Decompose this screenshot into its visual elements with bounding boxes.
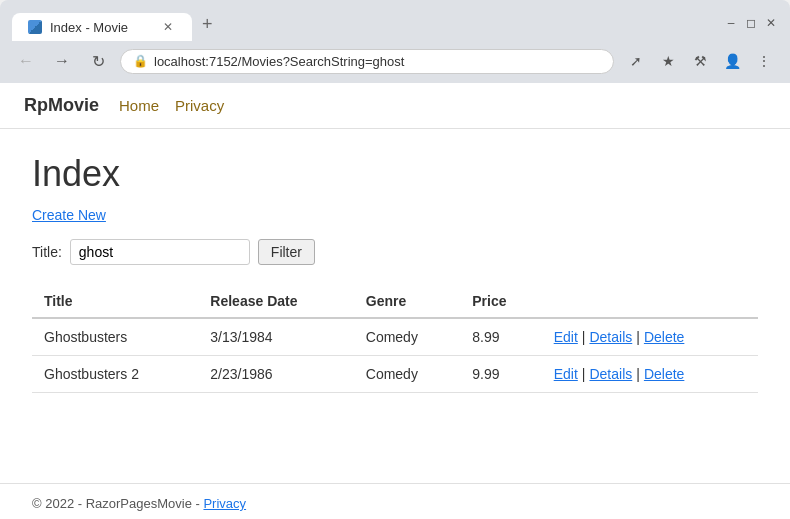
main-content: Index Create New Title: Filter Title Rel… <box>0 129 790 417</box>
cell-title: Ghostbusters <box>32 318 198 356</box>
create-new-link[interactable]: Create New <box>32 207 106 223</box>
cell-release-date: 2/23/1986 <box>198 356 353 393</box>
navbar: RpMovie Home Privacy <box>0 83 790 129</box>
page-title: Index <box>32 153 758 195</box>
window-controls: – ◻ ✕ <box>724 16 778 34</box>
details-link[interactable]: Details <box>589 366 632 382</box>
profile-icon[interactable]: 👤 <box>718 47 746 75</box>
url-text: localhost:7152/Movies?SearchString=ghost <box>154 54 601 69</box>
table-header: Title Release Date Genre Price <box>32 285 758 318</box>
browser-chrome: Index - Movie ✕ + – ◻ ✕ ← → ↻ 🔒 localhos… <box>0 0 790 83</box>
footer-privacy-link[interactable]: Privacy <box>203 496 246 511</box>
col-genre: Genre <box>354 285 460 318</box>
title-label: Title: <box>32 244 62 260</box>
col-release-date: Release Date <box>198 285 353 318</box>
tab-close-button[interactable]: ✕ <box>160 19 176 35</box>
table-row: Ghostbusters 3/13/1984 Comedy 8.99 Edit … <box>32 318 758 356</box>
toolbar-icons: ➚ ★ ⚒ 👤 ⋮ <box>622 47 778 75</box>
new-tab-button[interactable]: + <box>192 8 223 41</box>
menu-icon[interactable]: ⋮ <box>750 47 778 75</box>
lock-icon: 🔒 <box>133 54 148 68</box>
cell-price: 9.99 <box>460 356 541 393</box>
window-close-button[interactable]: ✕ <box>764 16 778 30</box>
tab-title: Index - Movie <box>50 20 128 35</box>
tab-bar: Index - Movie ✕ + <box>12 8 223 41</box>
filter-row: Title: Filter <box>32 239 758 265</box>
table-body: Ghostbusters 3/13/1984 Comedy 8.99 Edit … <box>32 318 758 393</box>
back-button[interactable]: ← <box>12 47 40 75</box>
active-tab[interactable]: Index - Movie ✕ <box>12 13 192 41</box>
window-restore-button[interactable]: ◻ <box>744 16 758 30</box>
col-price: Price <box>460 285 541 318</box>
table-row: Ghostbusters 2 2/23/1986 Comedy 9.99 Edi… <box>32 356 758 393</box>
footer: © 2022 - RazorPagesMovie - Privacy <box>0 483 790 519</box>
filter-button[interactable]: Filter <box>258 239 315 265</box>
cell-title: Ghostbusters 2 <box>32 356 198 393</box>
edit-link[interactable]: Edit <box>554 366 578 382</box>
search-input[interactable] <box>70 239 250 265</box>
nav-links: Home Privacy <box>119 97 224 114</box>
cell-genre: Comedy <box>354 318 460 356</box>
brand-logo: RpMovie <box>24 95 99 116</box>
address-bar: ← → ↻ 🔒 localhost:7152/Movies?SearchStri… <box>0 41 790 83</box>
cell-price: 8.99 <box>460 318 541 356</box>
browser-titlebar: Index - Movie ✕ + – ◻ ✕ <box>0 0 790 41</box>
footer-copyright: © 2022 - RazorPagesMovie - <box>32 496 200 511</box>
url-bar[interactable]: 🔒 localhost:7152/Movies?SearchString=gho… <box>120 49 614 74</box>
edit-link[interactable]: Edit <box>554 329 578 345</box>
bookmark-icon[interactable]: ★ <box>654 47 682 75</box>
window-minimize-button[interactable]: – <box>724 16 738 30</box>
cell-genre: Comedy <box>354 356 460 393</box>
delete-link[interactable]: Delete <box>644 329 684 345</box>
page-wrapper: RpMovie Home Privacy Index Create New Ti… <box>0 83 790 483</box>
col-actions <box>542 285 758 318</box>
extensions-icon[interactable]: ⚒ <box>686 47 714 75</box>
cell-actions: Edit | Details | Delete <box>542 356 758 393</box>
details-link[interactable]: Details <box>589 329 632 345</box>
cell-release-date: 3/13/1984 <box>198 318 353 356</box>
forward-button[interactable]: → <box>48 47 76 75</box>
reload-button[interactable]: ↻ <box>84 47 112 75</box>
tab-favicon <box>28 20 42 34</box>
nav-privacy[interactable]: Privacy <box>175 97 224 114</box>
delete-link[interactable]: Delete <box>644 366 684 382</box>
col-title: Title <box>32 285 198 318</box>
nav-home[interactable]: Home <box>119 97 159 114</box>
share-icon[interactable]: ➚ <box>622 47 650 75</box>
movies-table: Title Release Date Genre Price Ghostbust… <box>32 285 758 393</box>
cell-actions: Edit | Details | Delete <box>542 318 758 356</box>
